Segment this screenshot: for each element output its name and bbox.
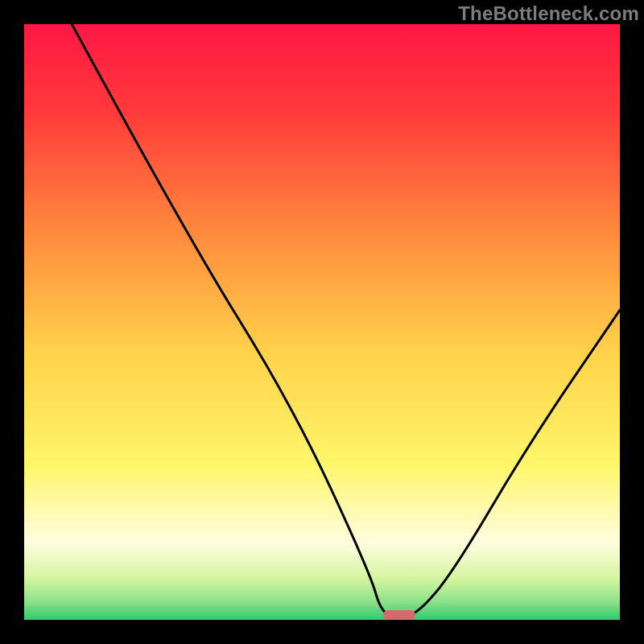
watermark-text: TheBottleneck.com [458, 2, 639, 25]
chart-frame: TheBottleneck.com [0, 0, 644, 644]
bottleneck-curve [24, 24, 620, 620]
plot-area [24, 24, 620, 620]
optimum-marker [383, 610, 415, 620]
